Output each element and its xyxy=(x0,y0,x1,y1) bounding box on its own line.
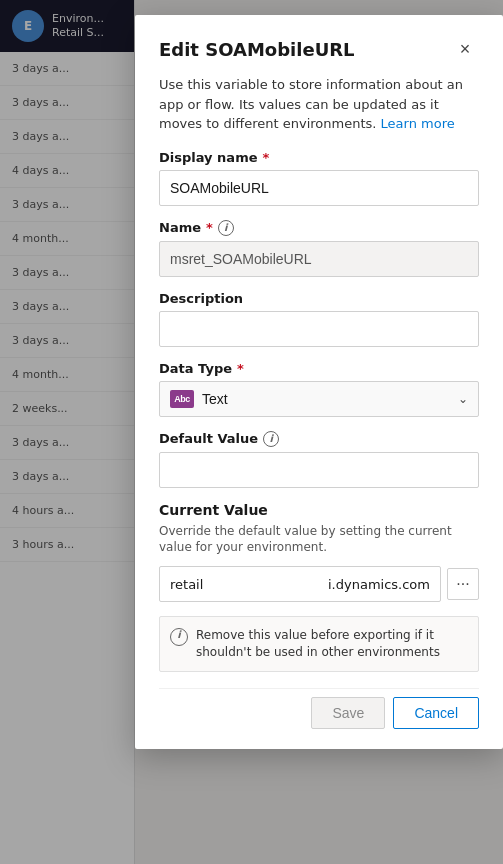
modal-description: Use this variable to store information a… xyxy=(159,75,479,134)
current-value-input[interactable]: retail i.dynamics.com xyxy=(159,566,441,602)
description-label: Description xyxy=(159,291,479,306)
warning-info-icon: i xyxy=(170,628,188,646)
save-button[interactable]: Save xyxy=(311,697,385,729)
learn-more-link[interactable]: Learn more xyxy=(381,116,455,131)
warning-text: Remove this value before exporting if it… xyxy=(196,627,468,661)
name-label: Name * i xyxy=(159,220,479,236)
name-input xyxy=(159,241,479,277)
data-type-field-group: Data Type * Abc Text ⌄ xyxy=(159,361,479,417)
name-field-group: Name * i xyxy=(159,220,479,277)
data-type-label: Data Type * xyxy=(159,361,479,376)
display-name-label: Display name * xyxy=(159,150,479,165)
current-value-section: Current Value Override the default value… xyxy=(159,502,479,603)
edit-variable-modal: Edit SOAMobileURL × Use this variable to… xyxy=(135,15,503,749)
current-value-right: i.dynamics.com xyxy=(328,577,430,592)
default-value-input[interactable] xyxy=(159,452,479,488)
required-star: * xyxy=(263,150,270,165)
display-name-input[interactable] xyxy=(159,170,479,206)
current-value-title: Current Value xyxy=(159,502,479,518)
data-type-value: Text xyxy=(202,391,228,407)
default-value-label: Default Value i xyxy=(159,431,479,447)
ellipsis-button[interactable]: ··· xyxy=(447,568,479,600)
name-info-icon[interactable]: i xyxy=(218,220,234,236)
modal-header: Edit SOAMobileURL × xyxy=(159,35,479,63)
required-star: * xyxy=(206,220,213,235)
cancel-button[interactable]: Cancel xyxy=(393,697,479,729)
current-value-text: retail i.dynamics.com xyxy=(170,577,430,592)
default-value-info-icon[interactable]: i xyxy=(263,431,279,447)
data-type-dropdown[interactable]: Abc Text ⌄ xyxy=(159,381,479,417)
dropdown-left: Abc Text xyxy=(170,390,228,408)
description-field-group: Description xyxy=(159,291,479,347)
data-type-dropdown-wrapper: Abc Text ⌄ xyxy=(159,381,479,417)
close-button[interactable]: × xyxy=(451,35,479,63)
current-value-wrapper: retail i.dynamics.com ··· xyxy=(159,566,479,602)
display-name-field-group: Display name * xyxy=(159,150,479,206)
default-value-field-group: Default Value i xyxy=(159,431,479,488)
description-input[interactable] xyxy=(159,311,479,347)
required-star: * xyxy=(237,361,244,376)
warning-box: i Remove this value before exporting if … xyxy=(159,616,479,672)
modal-title: Edit SOAMobileURL xyxy=(159,39,355,60)
chevron-down-icon: ⌄ xyxy=(458,392,468,406)
modal-footer: Save Cancel xyxy=(159,688,479,729)
text-type-icon: Abc xyxy=(170,390,194,408)
current-value-desc: Override the default value by setting th… xyxy=(159,523,479,557)
current-value-left: retail xyxy=(170,577,203,592)
